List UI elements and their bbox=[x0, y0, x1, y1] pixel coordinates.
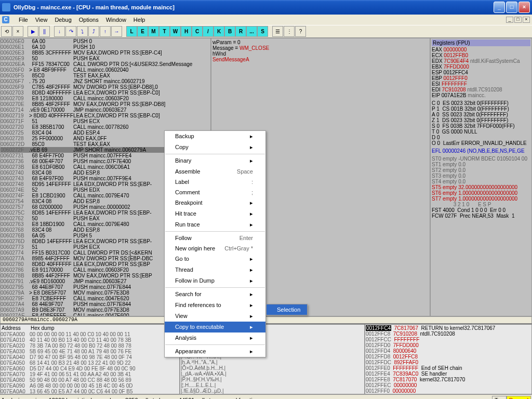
restart-button[interactable]: ⟲ bbox=[1, 26, 12, 37]
dump-row[interactable]: 007EA040D7 90 47 00 BF 95 48 00 98 7E 48… bbox=[1, 354, 179, 360]
disasm-row[interactable]: 006026E0 6A 00PUSH 0 bbox=[1, 38, 210, 44]
execute-till-return-button[interactable]: ↑ bbox=[100, 26, 111, 37]
dump-row[interactable]: 007EA07019 4F 41 00 06 51 41 00 AA A2 40… bbox=[1, 371, 179, 377]
disasm-row[interactable]: 006026E9 50PUSH EAX bbox=[1, 56, 210, 61]
menu-options[interactable]: Options bbox=[79, 17, 99, 23]
disasm-row[interactable]: 006026E1 6A 10PUSH 10 bbox=[1, 44, 210, 50]
registers-pane[interactable]: Registers (FPU) EAX 00000000 ECX 0012FFB… bbox=[430, 38, 532, 316]
menu-file[interactable]: File bbox=[19, 17, 28, 23]
menu-item-follow-in-dump[interactable]: Follow in Dump▸ bbox=[165, 275, 265, 286]
util2-button[interactable]: ⋮ bbox=[284, 26, 295, 37]
run-button[interactable]: ▶ bbox=[28, 26, 38, 37]
toolbar-L-button[interactable]: L bbox=[126, 26, 137, 37]
disasm-row[interactable]: 00602720 E8 3B5B1700CALL maincc.00778260 bbox=[1, 124, 210, 130]
menu-item-label[interactable]: Label: bbox=[165, 177, 265, 187]
menu-item-go-to[interactable]: Go to▸ bbox=[165, 254, 265, 264]
trace-over-button[interactable]: ⤴ bbox=[88, 26, 99, 37]
context-submenu[interactable]: Selection bbox=[266, 304, 308, 315]
minimize-button[interactable]: _ bbox=[494, 2, 505, 13]
stack-pane[interactable]: 0012FFC4 7C817067 RETURN to kernel32.7C8… bbox=[365, 324, 532, 394]
mdi-close[interactable]: × bbox=[523, 17, 530, 23]
menu-help[interactable]: Help bbox=[134, 17, 145, 23]
menu-item-search-for[interactable]: Search for▸ bbox=[165, 289, 265, 300]
menu-item-new-origin-here[interactable]: New origin hereCtrl+Gray * bbox=[165, 243, 265, 254]
disasm-row[interactable]: 006026F9 C785 48F2FFFFMOV DWORD PTR SS:[… bbox=[1, 84, 210, 90]
menu-view[interactable]: View bbox=[35, 17, 48, 23]
stack-row[interactable]: 0012FFD0 7FFDD000 bbox=[366, 342, 531, 348]
toolbar-H-button[interactable]: H bbox=[181, 26, 192, 37]
menu-item-assemble[interactable]: AssembleSpace bbox=[165, 166, 265, 177]
dump-row[interactable]: 007EA060D5 D7 44 00 C4 E9 4D 00 FE 8F 48… bbox=[1, 366, 179, 371]
dump-row[interactable]: 007EA090A6 0B 48 00 00 00 00 00 45 1B 4C… bbox=[1, 383, 179, 389]
stack-row[interactable]: 0012FFE8 7C817070 kernel32.7C817070 bbox=[366, 377, 531, 382]
menu-item-analysis[interactable]: Analysis▸ bbox=[165, 332, 265, 343]
stack-row[interactable]: 0012FFC8 7C910208 ntdll.7C910208 bbox=[366, 331, 531, 337]
stack-row[interactable]: 0012FFDC 892FFAF0 bbox=[366, 360, 531, 365]
menu-item-comment[interactable]: Comment; bbox=[165, 187, 265, 197]
help-button[interactable]: ? bbox=[295, 26, 306, 37]
pause-button[interactable]: || bbox=[39, 26, 50, 37]
disasm-row[interactable]: 006026F7. 75 20JNZ SHORT maincc.00602719 bbox=[1, 78, 210, 84]
stack-row[interactable]: 0012FFF0 00000000 bbox=[366, 388, 531, 394]
toolbar-W-button[interactable]: W bbox=[170, 26, 181, 37]
menu-item-copy-to-executable[interactable]: Copy to executable▸ bbox=[165, 322, 265, 332]
ascii-row[interactable]: |c)D.ÐnM.4qK.frK.| bbox=[181, 394, 364, 394]
close-button[interactable]: × bbox=[518, 2, 530, 13]
ascii-row[interactable]: |␣dA.-wA.•WA.•XA.| bbox=[181, 371, 364, 377]
menu-item-breakpoint[interactable]: Breakpoint▸ bbox=[165, 197, 265, 208]
toolbar-M-button[interactable]: M bbox=[148, 26, 159, 37]
toolbar-K-button[interactable]: K bbox=[214, 26, 224, 37]
menu-item-run-trace[interactable]: Run trace▸ bbox=[165, 219, 265, 230]
ascii-row[interactable]: |P.H..§H.̈H.V‰H.| bbox=[181, 377, 364, 382]
toolbar-E-button[interactable]: E bbox=[137, 26, 148, 37]
disasm-row[interactable]: 006026EA FF15 78347C00CALL DWORD PTR DS:… bbox=[1, 61, 210, 67]
close-prog-button[interactable]: × bbox=[12, 26, 23, 37]
disasm-row[interactable]: 006026F0> E8 4BF9FFFFCALL maincc.0060204… bbox=[1, 67, 210, 73]
ascii-row[interactable]: |h.A.³!H.."A.."A.| bbox=[181, 360, 364, 365]
toolbar-C-button[interactable]: C bbox=[192, 26, 203, 37]
status-top[interactable]: Top bbox=[492, 396, 507, 400]
mdi-minimize[interactable]: _ bbox=[506, 17, 513, 23]
step-over-button[interactable]: ↷ bbox=[65, 26, 76, 37]
menu-item-follow[interactable]: FollowEnter bbox=[165, 233, 265, 243]
dump-row[interactable]: 007EA00000 00 00 00 00 11 40 00 C0 10 40… bbox=[1, 331, 179, 337]
dump-row[interactable]: 007EA08050 90 48 00 00 A7 48 00 CC 88 48… bbox=[1, 377, 179, 383]
ascii-row[interactable]: |.fE.å§D..ÆD..µD.| bbox=[181, 388, 364, 394]
dump-row[interactable]: 007EA01040 11 40 00 B0 13 40 00 C0 11 40… bbox=[1, 337, 179, 343]
stack-row[interactable]: 0012FFF4 00000000 bbox=[366, 394, 531, 394]
menu-item-hit-trace[interactable]: Hit trace▸ bbox=[165, 208, 265, 219]
disasm-row[interactable]: 0060271F 51PUSH ECX bbox=[1, 118, 210, 124]
goto-button[interactable]: → bbox=[111, 26, 122, 37]
stack-row[interactable]: 0012FFC4 7C817067 RETURN to kernel32.7C8… bbox=[366, 325, 531, 331]
stack-row[interactable]: 0012FFE4 7C839AC0 SE handler bbox=[366, 371, 531, 377]
toolbar-/-button[interactable]: / bbox=[203, 26, 214, 37]
disasm-row[interactable]: 00602703 8D8D 40FFFFFFLEA ECX,DWORD PTR … bbox=[1, 90, 210, 96]
disasm-row[interactable]: 00602714.vE9 0E170000JMP maincc.00603E27 bbox=[1, 107, 210, 113]
toolbar-S-button[interactable]: S bbox=[257, 26, 268, 37]
util1-button[interactable]: ☰ bbox=[272, 26, 283, 37]
stack-row[interactable]: 0012FFD8 0012FFC8 bbox=[366, 354, 531, 360]
disasm-row[interactable]: 00602709 E8 12180000CALL maincc.00603F20 bbox=[1, 96, 210, 101]
toolbar-...-button[interactable]: ... bbox=[246, 26, 257, 37]
menu-item-binary[interactable]: Binary▸ bbox=[165, 155, 265, 166]
disasm-row[interactable]: 006026E3 8B85 3CFFFFFFMOV EAX,DWORD PTR … bbox=[1, 50, 210, 56]
dump-row[interactable]: 007EA05068 14 41 00 B3 21 48 00 13 22 41… bbox=[1, 360, 179, 366]
hex-dump-pane[interactable]: AddressHex dump 007EA00000 00 00 00 00 1… bbox=[0, 324, 180, 394]
submenu-item-selection[interactable]: Selection bbox=[267, 304, 307, 315]
step-into-button[interactable]: ↓ bbox=[54, 26, 65, 37]
menu-item-view[interactable]: View▸ bbox=[165, 311, 265, 322]
dump-row[interactable]: 007EA0A013 66 45 00 E5 A7 44 00 0C C6 44… bbox=[1, 389, 179, 394]
trace-into-button[interactable]: ⤵ bbox=[77, 26, 88, 37]
maximize-button[interactable]: □ bbox=[506, 2, 517, 13]
mdi-restore[interactable]: □ bbox=[514, 17, 522, 23]
disasm-row[interactable]: 00602719> 8D8D 40FFFFFFLEA ECX,DWORD PTR… bbox=[1, 113, 210, 118]
stack-row[interactable]: 0012FFE0 FFFFFFFF End of SEH chain bbox=[366, 365, 531, 371]
disasm-row[interactable]: 0060270E 8B85 48F2FFFFMOV EAX,DWORD PTR … bbox=[1, 101, 210, 107]
toolbar-R-button[interactable]: R bbox=[235, 26, 246, 37]
menu-debug[interactable]: Debug bbox=[55, 17, 71, 23]
menu-item-backup[interactable]: Backup▸ bbox=[165, 131, 265, 142]
context-menu[interactable]: Backup▸Copy▸Binary▸AssembleSpaceLabel:Co… bbox=[164, 130, 266, 357]
ascii-row[interactable]: |Õ×D.ÄéM.þ.H...H.| bbox=[181, 365, 364, 371]
stack-row[interactable]: 0012FFEC 00000000 bbox=[366, 382, 531, 388]
ascii-row[interactable]: |¦.H.....E.L.E.L.| bbox=[181, 382, 364, 388]
